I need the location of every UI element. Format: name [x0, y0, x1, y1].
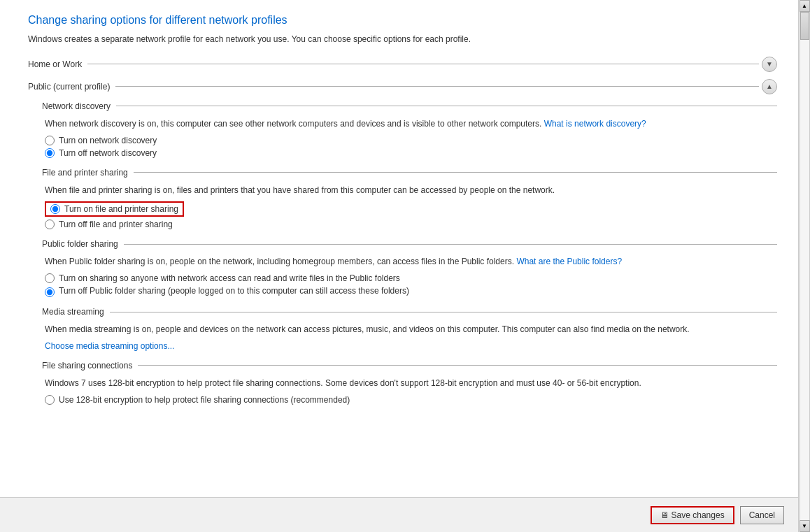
save-label: Save changes [672, 510, 725, 520]
nd-on-label: Turn on network discovery [59, 136, 157, 145]
media-streaming-divider [110, 312, 777, 312]
fsc-128-option: Use 128-bit encryption to help protect f… [45, 395, 777, 405]
network-discovery-content: When network discovery is on, this compu… [28, 118, 777, 158]
public-folder-section: Public folder sharing When Public folder… [28, 239, 777, 297]
file-printer-description: When file and printer sharing is on, fil… [45, 185, 777, 196]
network-discovery-label: Network discovery [28, 101, 116, 111]
file-sharing-connections-divider [138, 365, 777, 366]
home-or-work-toggle[interactable]: ▼ [762, 57, 777, 72]
pf-on-label: Turn on sharing so anyone with network a… [59, 273, 400, 283]
bottom-bar: 🖥 Save changes Cancel [0, 497, 798, 532]
pf-on-option: Turn on sharing so anyone with network a… [45, 273, 777, 283]
fp-on-radio[interactable] [50, 204, 60, 214]
public-divider [115, 86, 759, 87]
nd-off-radio[interactable] [45, 148, 55, 158]
save-changes-button[interactable]: 🖥 Save changes [651, 506, 734, 524]
media-streaming-label: Media streaming [28, 307, 110, 317]
file-printer-header: File and printer sharing [28, 168, 777, 178]
nd-on-option: Turn on network discovery [45, 136, 777, 145]
fp-off-option: Turn off file and printer sharing [45, 220, 777, 229]
file-sharing-connections-description: Windows 7 uses 128-bit encryption to hel… [45, 378, 777, 389]
home-or-work-label: Home or Work [28, 59, 87, 69]
file-printer-section: File and printer sharing When file and p… [28, 168, 777, 230]
home-or-work-section-header: Home or Work ▼ [28, 57, 777, 72]
nd-off-label: Turn off network discovery [59, 148, 157, 158]
fp-on-highlighted: Turn on file and printer sharing [45, 201, 184, 217]
fsc-128-label: Use 128-bit encryption to help protect f… [59, 395, 350, 405]
pf-off-label: Turn off Public folder sharing (people l… [59, 286, 409, 296]
pf-on-radio[interactable] [45, 273, 55, 283]
page-title: Change sharing options for different net… [28, 14, 777, 27]
public-folder-divider [124, 244, 777, 245]
public-folder-header: Public folder sharing [28, 239, 777, 249]
public-section-header: Public (current profile) ▲ [28, 79, 777, 94]
pf-off-option: Turn off Public folder sharing (people l… [45, 286, 777, 297]
network-discovery-section: Network discovery When network discovery… [28, 101, 777, 158]
file-printer-options: Turn on file and printer sharing Turn of… [45, 201, 777, 229]
public-toggle[interactable]: ▲ [762, 79, 777, 94]
file-sharing-connections-label: File sharing connections [28, 361, 138, 371]
pf-off-radio[interactable] [45, 287, 55, 297]
public-folder-content: When Public folder sharing is on, people… [28, 256, 777, 297]
home-or-work-divider [87, 64, 759, 64]
file-sharing-connections-options: Use 128-bit encryption to help protect f… [45, 395, 777, 405]
network-discovery-header: Network discovery [28, 101, 777, 111]
file-sharing-connections-section: File sharing connections Windows 7 uses … [28, 361, 777, 405]
nd-on-radio[interactable] [45, 136, 55, 145]
public-folder-label: Public folder sharing [28, 239, 124, 249]
scrollbar-down-arrow[interactable]: ▼ [800, 520, 810, 532]
scrollbar-thumb[interactable] [800, 12, 809, 40]
nd-off-option: Turn off network discovery [45, 148, 777, 158]
public-folder-link[interactable]: What are the Public folders? [516, 257, 622, 266]
media-streaming-link[interactable]: Choose media streaming options... [45, 341, 174, 351]
public-folder-options: Turn on sharing so anyone with network a… [45, 273, 777, 297]
public-folder-description: When Public folder sharing is on, people… [45, 256, 777, 268]
save-icon: 🖥 [660, 510, 669, 520]
network-discovery-divider [116, 106, 777, 106]
file-sharing-connections-header: File sharing connections [28, 361, 777, 371]
page-description: Windows creates a separate network profi… [28, 34, 777, 45]
cancel-button[interactable]: Cancel [740, 506, 784, 524]
media-streaming-header: Media streaming [28, 307, 777, 317]
file-printer-content: When file and printer sharing is on, fil… [28, 185, 777, 230]
media-streaming-description: When media streaming is on, people and d… [45, 324, 777, 336]
cancel-label: Cancel [749, 510, 775, 520]
file-printer-divider [134, 172, 777, 173]
media-streaming-content: When media streaming is on, people and d… [28, 324, 777, 351]
network-discovery-description: When network discovery is on, this compu… [45, 118, 777, 130]
file-printer-label: File and printer sharing [28, 168, 134, 178]
scrollbar-track-middle[interactable] [800, 12, 810, 520]
fp-off-radio[interactable] [45, 220, 55, 229]
public-label: Public (current profile) [28, 82, 115, 92]
network-discovery-link[interactable]: What is network discovery? [544, 119, 646, 129]
fp-off-label: Turn off file and printer sharing [59, 220, 173, 229]
fsc-128-radio[interactable] [45, 395, 55, 405]
file-sharing-connections-content: Windows 7 uses 128-bit encryption to hel… [28, 378, 777, 405]
media-streaming-section: Media streaming When media streaming is … [28, 307, 777, 351]
network-discovery-options: Turn on network discovery Turn off netwo… [45, 136, 777, 158]
scrollbar-up-arrow[interactable]: ▲ [800, 0, 810, 12]
fp-on-option: Turn on file and printer sharing [45, 201, 777, 217]
scrollbar: ▲ ▼ [798, 0, 810, 532]
fp-on-label: Turn on file and printer sharing [64, 204, 178, 214]
